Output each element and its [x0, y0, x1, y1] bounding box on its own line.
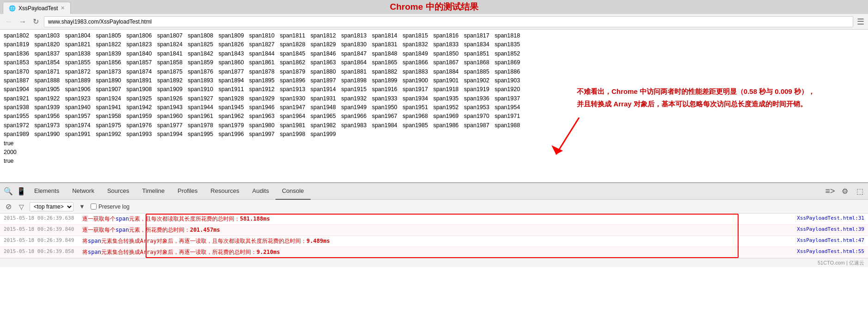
console-toolbar: ⊘ ▽ <top frame> ▼ Preserve log: [0, 200, 868, 214]
preserve-log-text: Preserve log: [98, 204, 129, 210]
console-body: 2015-05-18 00:26:39.638 逐一获取每个span元素，且每次…: [0, 214, 868, 258]
page-num-2000: 2000: [4, 148, 864, 157]
msg-span-2: span: [88, 238, 101, 244]
console-entry-msg-2: 将span元素集合转换成Array对象后，再逐一读取，且每次都读取其长度所花费的…: [82, 237, 772, 245]
refresh-button[interactable]: ↻: [31, 17, 40, 26]
msg-span-0: span: [116, 216, 129, 222]
dock-icon-button[interactable]: ⬚: [853, 185, 866, 198]
console-dropdown-btn[interactable]: ▼: [77, 202, 87, 211]
tab-close-btn[interactable]: ✕: [61, 5, 65, 11]
tab-elements[interactable]: Elements: [28, 183, 66, 200]
msg-before-1: 逐一获取每个: [82, 227, 116, 233]
devtools-panel: 🔍 📱 Elements Network Sources Timeline Pr…: [0, 182, 868, 267]
span-line-4: span1870 span1871 span1872 span1873 span…: [4, 68, 864, 76]
tab-network[interactable]: Network: [66, 183, 101, 200]
console-entry-file-2[interactable]: XssPayloadTest.html:47: [772, 237, 864, 243]
console-entry-time-3: 2015-05-18 00:26:39.858: [4, 248, 82, 254]
console-entry-msg-3: 将span元素集合转换成Array对象后，再逐一读取，所花费的总时间：9.210…: [82, 248, 772, 256]
console-filter-btn[interactable]: ▽: [17, 202, 26, 211]
inspect-element-button[interactable]: 🔍: [2, 185, 15, 198]
span-line-1: span1819 span1820 span1821 span1822 span…: [4, 40, 864, 49]
tab-bar: 🌐 XssPayloadTest ✕ Chrome 中的测试结果: [0, 0, 868, 14]
console-stop-btn[interactable]: ⊘: [4, 201, 13, 212]
span-line-7: span1921 span1922 span1923 span1924 span…: [4, 94, 864, 103]
back-button[interactable]: ←: [4, 18, 14, 26]
browser-tab[interactable]: 🌐 XssPayloadTest ✕: [3, 2, 71, 14]
span-line-6: span1904 span1905 span1906 span1907 span…: [4, 85, 864, 94]
console-entry-time-0: 2015-05-18 00:26:39.638: [4, 215, 82, 221]
page-title: Chrome 中的测试结果: [390, 2, 478, 12]
preserve-log-checkbox[interactable]: [91, 204, 97, 210]
console-entries-wrapper: 2015-05-18 00:26:39.638 逐一获取每个span元素，且每次…: [0, 214, 868, 258]
span-line-9: span1955 span1956 span1957 span1958 span…: [4, 112, 864, 121]
console-entry-msg-0: 逐一获取每个span元素，且每次都读取其长度所花费的总时间：581.188ms: [82, 215, 772, 223]
preserve-log-label: Preserve log: [91, 204, 129, 210]
page-true-2: true: [4, 157, 864, 166]
browser-frame: 🌐 XssPayloadTest ✕ Chrome 中的测试结果 ← → ↻ ☰…: [0, 0, 868, 267]
console-entry-file-3[interactable]: XssPayloadTest.html:55: [772, 248, 864, 254]
tab-timeline[interactable]: Timeline: [136, 183, 171, 200]
address-bar: ← → ↻ ☰: [0, 14, 868, 30]
page-true-1: true: [4, 139, 864, 148]
browser-menu-button[interactable]: ☰: [857, 17, 864, 27]
console-entry-time-2: 2015-05-18 00:26:39.849: [4, 237, 82, 243]
msg-before-3: 将: [82, 249, 88, 255]
console-entry-file-0[interactable]: XssPayloadTest.html:31: [772, 215, 864, 221]
watermark-text: 51CTO.com | 亿速云: [818, 259, 864, 266]
devtools-toolbar: 🔍 📱 Elements Network Sources Timeline Pr…: [0, 183, 868, 200]
span-line-2: span1836 span1837 span1838 span1839 span…: [4, 49, 864, 58]
console-entry-3: 2015-05-18 00:26:39.858 将span元素集合转换成Arra…: [0, 247, 868, 258]
span-line-11: span1989 span1990 span1991 span1992 span…: [4, 130, 864, 139]
settings-icon-button[interactable]: ⚙: [838, 185, 851, 198]
console-frame-select[interactable]: <top frame>: [30, 202, 73, 211]
forward-button[interactable]: →: [18, 18, 28, 26]
devtools-right-buttons: ≡> ⚙ ⬚: [824, 185, 866, 198]
span-line-3: span1853 span1854 span1855 span1856 span…: [4, 58, 864, 67]
msg-after-1: 元素，所花费的总时间：201.457ms: [129, 227, 220, 233]
tab-resources[interactable]: Resources: [204, 183, 246, 200]
console-entry-time-1: 2015-05-18 00:26:39.840: [4, 226, 82, 232]
address-input[interactable]: [44, 16, 853, 27]
tab-audits[interactable]: Audits: [246, 183, 275, 200]
msg-span-1: span: [116, 227, 129, 233]
mobile-device-button[interactable]: 📱: [15, 185, 28, 198]
msg-span-3: span: [88, 249, 101, 255]
msg-before-0: 逐一获取每个: [82, 216, 116, 222]
console-entry-2: 2015-05-18 00:26:39.849 将span元素集合转换成Arra…: [0, 236, 868, 247]
span-line-0: span1802 span1803 span1804 span1805 span…: [4, 31, 864, 40]
msg-after-2: 元素集合转换成Array对象后，再逐一读取，且每次都读取其长度所花费的总时间：9…: [101, 238, 330, 244]
page-content: span1802 span1803 span1804 span1805 span…: [0, 30, 868, 182]
console-entry-0: 2015-05-18 00:26:39.638 逐一获取每个span元素，且每次…: [0, 214, 868, 225]
tab-favicon: 🌐: [9, 5, 16, 12]
span-line-10: span1972 span1973 span1974 span1975 span…: [4, 121, 864, 130]
span-line-8: span1938 span1939 span1940 span1941 span…: [4, 103, 864, 112]
tab-label: XssPayloadTest: [18, 5, 58, 12]
tab-sources[interactable]: Sources: [101, 183, 136, 200]
msg-before-2: 将: [82, 238, 88, 244]
span-line-5: span1887 span1888 span1889 span1890 span…: [4, 76, 864, 85]
console-entry-msg-1: 逐一获取每个span元素，所花费的总时间：201.457ms: [82, 226, 772, 234]
tab-console[interactable]: Console: [275, 183, 311, 200]
msg-after-3: 元素集合转换成Array对象后，再逐一读取，所花费的总时间：9.210ms: [101, 249, 280, 255]
console-entry-1: 2015-05-18 00:26:39.840 逐一获取每个span元素，所花费…: [0, 225, 868, 236]
msg-after-0: 元素，且每次都读取其长度所花费的总时间：581.188ms: [129, 216, 270, 222]
console-entry-file-1[interactable]: XssPayloadTest.html:39: [772, 226, 864, 232]
execute-icon-button[interactable]: ≡>: [824, 185, 837, 198]
tab-profiles[interactable]: Profiles: [171, 183, 204, 200]
